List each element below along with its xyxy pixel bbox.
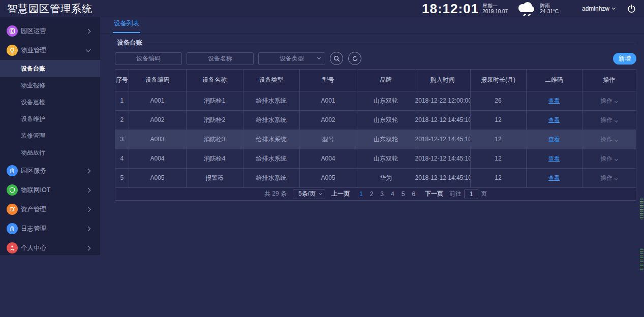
device-code-input[interactable] [115,52,182,65]
chevron-right-icon [86,207,91,212]
chevron-down-icon [317,55,321,59]
goto-page-input[interactable]: 1 [464,189,478,199]
magnifier-icon [333,55,340,62]
cell-scrap_months: 12 [470,149,526,168]
device-type-select[interactable]: 设备类型 [258,52,325,65]
table-row[interactable]: 1A001消防栓1给排水系统A001山东双轮2018-12-22 12:00:0… [115,91,636,110]
sidebar-item-device-ledger[interactable]: 设备台账 [0,60,100,77]
cell-purchase_time: 2018-12-12 14:45:10 [415,168,470,187]
action-dropdown[interactable]: 操作 [600,136,618,143]
table-row[interactable]: 3A003消防栓3给排水系统型号山东双轮2018-12-12 14:45:101… [115,130,636,149]
cell-brand: 山东双轮 [357,91,415,110]
cell-type: 给排水系统 [243,110,299,130]
view-qrcode-link[interactable]: 查看 [548,98,560,104]
sidebar-item-property-repair[interactable]: 物业报修 [0,77,100,94]
panel-legend: 设备台账 [115,39,146,47]
cell-purchase_time: 2018-12-22 12:00:00 [415,91,470,110]
sidebar-item-label: 物业管理 [21,46,46,55]
cell-type: 给排水系统 [243,168,299,187]
sidebar-item-label: 日志管理 [21,225,46,233]
cell-action: 操作 [582,168,636,187]
cell-scrap_months: 12 [470,110,526,130]
chevron-right-icon [86,168,91,173]
app-title: 智慧园区管理系统 [0,2,93,16]
sidebar-item-park-service[interactable]: 园区服务 [0,161,100,180]
device-type-select-label: 设备类型 [280,54,304,63]
page-number-2[interactable]: 2 [370,191,374,198]
clock-time: 18:12:01 [422,1,479,17]
frame-icon [7,25,18,37]
cell-index: 1 [115,91,129,110]
cell-qrcode: 查看 [526,110,582,130]
col-header-qrcode: 二维码 [526,70,582,91]
chevron-down-icon [615,176,618,180]
page-number-5[interactable]: 5 [402,191,405,198]
device-name-input[interactable] [187,52,254,65]
filter-toolbar: 设备类型 新增 [115,52,636,65]
log-building-icon [7,223,18,234]
sidebar-item-log-management[interactable]: 日志管理 [0,219,100,238]
view-qrcode-link[interactable]: 查看 [548,175,560,181]
chevron-down-icon [319,191,322,195]
cell-purchase_time: 2018-12-12 14:45:10 [415,130,470,149]
action-dropdown[interactable]: 操作 [600,155,618,162]
cell-scrap_months: 12 [470,130,526,149]
sidebar-item-park-operation[interactable]: 园区运营 [0,21,100,41]
cell-index: 4 [115,149,129,168]
sidebar-item-iot[interactable]: 物联网IOT [0,180,100,200]
cell-brand: 华为 [357,168,415,187]
sidebar-item-asset-management[interactable]: 资产管理 [0,200,100,219]
header-right: 18:12:01 星期一 2019.10.07 阵雨 24-31°C admin… [422,1,644,17]
view-qrcode-link[interactable]: 查看 [548,117,560,123]
cell-scrap_months: 26 [470,91,526,110]
building-icon [7,165,18,176]
sidebar-item-label: 个人中心 [21,244,46,252]
add-button[interactable]: 新增 [613,53,636,65]
cell-code: A001 [129,91,186,110]
sidebar-item-device-maintenance[interactable]: 设备维护 [0,111,100,128]
cell-code: A005 [129,168,186,187]
power-button[interactable] [627,5,636,13]
pagination: 共 29 条 5条/页 上一页 123456 下一页 前往 1 页 [115,188,636,200]
view-qrcode-link[interactable]: 查看 [548,155,560,162]
sidebar-item-property-management[interactable]: 物业管理 [0,41,100,60]
cell-qrcode: 查看 [526,149,582,168]
user-menu[interactable]: adminhzw [582,5,615,12]
page-number-1[interactable]: 1 [359,191,363,198]
view-qrcode-link[interactable]: 查看 [548,136,560,142]
prev-page-button[interactable]: 上一页 [331,189,350,198]
action-dropdown[interactable]: 操作 [600,174,618,181]
search-button[interactable] [330,52,343,65]
sidebar-item-label: 园区运营 [21,27,46,36]
chevron-down-icon [615,138,618,141]
device-ledger-panel: 设备台账 设备类型 [114,39,637,201]
sidebar-item-personal-center[interactable]: 个人中心 [0,238,100,258]
main-content: 设备列表 设备台账 设备类型 [100,17,644,317]
page-size-select[interactable]: 5条/页 [293,189,325,199]
col-header-action: 操作 [582,70,636,91]
next-page-button[interactable]: 下一页 [425,189,443,198]
cell-action: 操作 [582,149,636,168]
cell-qrcode: 查看 [526,168,582,187]
page-number-3[interactable]: 3 [380,191,384,198]
chevron-down-icon [615,99,618,103]
page-number-6[interactable]: 6 [412,191,415,198]
cell-name: 消防栓2 [186,110,243,130]
action-dropdown[interactable]: 操作 [600,116,618,123]
page-number-4[interactable]: 4 [391,191,394,198]
table-row[interactable]: 2A002消防栓2给排水系统A002山东双轮2018-12-12 14:45:1… [115,110,636,130]
weather-label: 阵雨 [540,3,559,9]
rain-cloud-icon [515,1,536,16]
sidebar-item-goods-release[interactable]: 物品放行 [0,144,100,161]
sidebar-item-decoration-management[interactable]: 装修管理 [0,128,100,144]
cell-action: 操作 [582,110,636,130]
cell-code: A004 [129,149,186,168]
cell-index: 2 [115,110,129,130]
action-dropdown[interactable]: 操作 [600,97,618,104]
sidebar-item-device-inspection[interactable]: 设备巡检 [0,94,100,111]
table-row[interactable]: 5A005报警器给排水系统A005华为2018-12-12 14:45:1012… [115,168,636,187]
page-numbers: 123456 [356,191,419,198]
table-row[interactable]: 4A004消防栓4给排水系统A004山东双轮2018-12-12 14:45:1… [115,149,636,168]
refresh-button[interactable] [348,52,361,65]
tab-device-list[interactable]: 设备列表 [113,19,140,33]
